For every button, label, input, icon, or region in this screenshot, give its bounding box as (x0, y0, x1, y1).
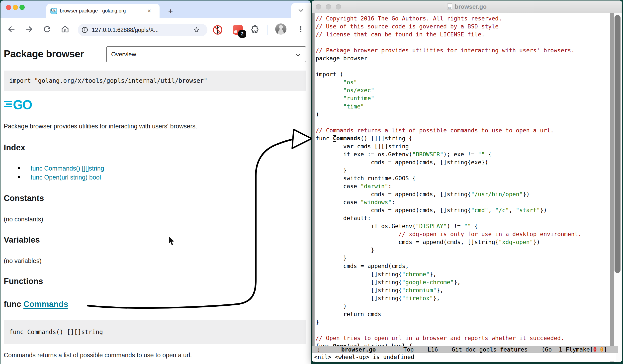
code-line: func Open(url string) bool { (316, 342, 610, 346)
home-button[interactable] (60, 24, 71, 35)
code-line: // Package browser provides utilities fo… (316, 46, 610, 54)
url-bar[interactable]: 127.0.0.1:62888/gopls/X... (78, 24, 207, 36)
zoom-window-button[interactable] (19, 5, 25, 10)
code-line (316, 118, 610, 126)
emacs-window-divider (610, 13, 614, 362)
scrollbar-thumb[interactable] (615, 15, 621, 273)
extension-dot (234, 30, 237, 33)
token: -:--- (314, 346, 341, 353)
document-icon: GO (447, 3, 452, 10)
token: "darwin" (360, 183, 388, 189)
emacs-window: GObrowser.go // Copyright 2016 The Go Au… (312, 0, 622, 362)
token: "start" (516, 207, 540, 213)
nav-dropdown[interactable]: Overview (106, 46, 306, 62)
chrome-window: browser package - golang.org × + (0, 0, 311, 364)
reload-button[interactable] (42, 24, 53, 35)
close-window-button[interactable] (6, 5, 11, 10)
index-link[interactable]: func Commands() [][]string (31, 165, 104, 172)
code-line: []string{"chromium"}, (316, 286, 610, 294)
back-button[interactable] (6, 24, 17, 35)
token: cmds = append(cmds, []string{exe}) (316, 159, 488, 166)
code-line: // license that can be found in the LICE… (316, 30, 610, 38)
forward-arrow-icon (25, 25, 34, 34)
index-link[interactable]: func Open(url string) bool (31, 174, 101, 181)
forward-button[interactable] (24, 24, 35, 35)
variables-note: (no variables) (4, 257, 41, 265)
token: "google-chrome" (402, 279, 454, 285)
menu-kebab-icon[interactable] (296, 24, 306, 35)
scroll-blocker-extension-icon[interactable] (212, 24, 223, 36)
func-keyword: func (4, 299, 23, 309)
code-line: } (316, 254, 610, 262)
code-line: // xdg-open is only for use in a desktop… (316, 230, 610, 238)
token: "xdg-open" (499, 239, 533, 245)
token: []string{ (316, 279, 402, 285)
token: "windows" (360, 199, 392, 205)
scrollbar-track[interactable] (614, 13, 622, 362)
site-info-icon[interactable] (81, 26, 88, 34)
token: case (316, 183, 360, 189)
tab-strip: browser package - golang.org × + (0, 0, 311, 18)
code-line: default: (316, 214, 610, 222)
token: // Package browser provides utilities fo… (316, 47, 575, 54)
code-line: if exe := os.Getenv("BROWSER"); exe != "… (316, 150, 610, 158)
code-buffer[interactable]: // Copyright 2016 The Go Authors. All ri… (316, 13, 610, 346)
tab-search-chevron[interactable] (291, 3, 311, 18)
tab-close-icon[interactable]: × (146, 7, 153, 15)
token: "chromium" (402, 287, 436, 293)
token: []string{ (316, 295, 402, 301)
url-text[interactable]: 127.0.0.1:62888/gopls/X... (92, 27, 159, 33)
browser-tab[interactable]: browser package - golang.org × (46, 4, 160, 18)
tab-title-fade (129, 7, 143, 15)
new-tab-button[interactable]: + (166, 6, 176, 16)
token: }, (454, 279, 461, 285)
code-line: []string{"chrome"}, (316, 270, 610, 278)
token: { (471, 223, 478, 229)
token: cmds = append(cmds, (316, 263, 409, 269)
token: } (316, 319, 319, 325)
token: }, (433, 295, 440, 301)
constants-note: (no constants) (4, 215, 43, 223)
code-line: "os/exec" (316, 86, 610, 94)
token (316, 79, 343, 86)
profile-avatar[interactable] (275, 23, 286, 35)
code-line: []string{"google-chrome"}, (316, 278, 610, 286)
index-list-item: func Commands() [][]string (4, 164, 85, 173)
token: "firefox" (402, 295, 433, 301)
code-line: func Commands() [][]string { (316, 134, 610, 142)
code-line: if os.Getenv("DISPLAY") != "" { (316, 222, 610, 230)
token: // Use of this source code is governed b… (316, 23, 499, 30)
emacs-titlebar[interactable]: GObrowser.go (312, 0, 622, 13)
import-code: import "golang.org/x/tools/gopls/interna… (9, 77, 207, 84)
code-line: case "windows": (316, 198, 610, 206)
token: , (488, 207, 495, 213)
token: "/c" (495, 207, 509, 213)
minimize-window-button[interactable] (13, 5, 18, 10)
code-line: var cmds [][]string (316, 142, 610, 150)
token: "BROWSER" (412, 151, 444, 158)
code-line: []string{"firefox"}, (316, 294, 610, 302)
token: : (388, 183, 392, 189)
code-line: package browser (316, 54, 610, 62)
code-line: } (316, 318, 610, 326)
token: case (316, 199, 360, 205)
bookmark-star-icon[interactable] (193, 26, 200, 34)
token: 0 (593, 346, 597, 353)
func-description: Commands returns a list of possible comm… (4, 351, 192, 359)
token: []string{ (316, 271, 402, 277)
code-line: "runtime" (316, 94, 610, 102)
token: // Copyright 2016 The Go Authors. All ri… (316, 15, 502, 22)
token: ommands (336, 135, 360, 142)
extensions-puzzle-icon[interactable] (250, 25, 260, 36)
code-line: case "darwin": (316, 182, 610, 190)
code-line (316, 62, 610, 70)
commands-link[interactable]: Commands (23, 299, 68, 309)
token: "DISPLAY" (416, 223, 447, 229)
red-extension-icon[interactable]: 2 (233, 25, 243, 35)
code-line: import ( (316, 70, 610, 78)
token: default: (316, 215, 371, 221)
token: , (509, 207, 516, 213)
toolbar-divider (267, 25, 267, 35)
token: func (316, 343, 333, 346)
token (316, 103, 343, 110)
